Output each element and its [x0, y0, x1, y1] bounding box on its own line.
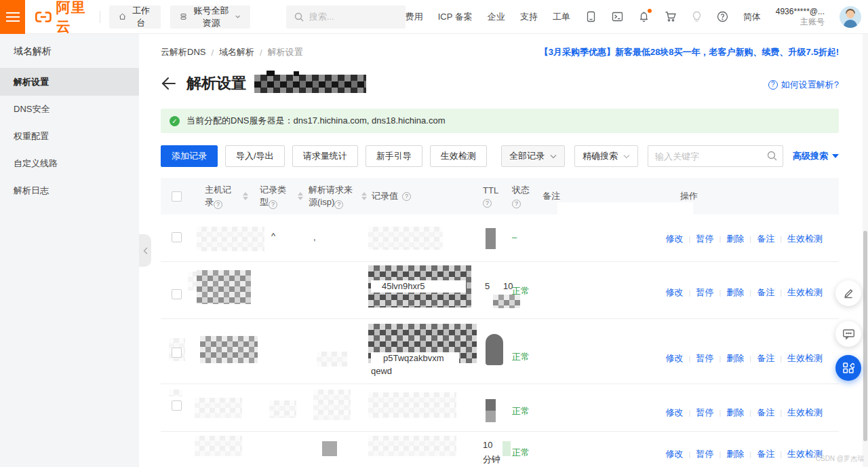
row-action-modify[interactable]: 修改	[666, 286, 684, 299]
row-action-delete[interactable]: 删除	[726, 352, 744, 365]
cart-icon[interactable]	[665, 11, 677, 22]
ttl-unit: 分钟	[483, 453, 500, 466]
row-actions: 修改|暂停|删除|备注|生效检测	[666, 352, 823, 365]
row-checkbox[interactable]	[172, 348, 182, 358]
sidebar-item-dns-logs[interactable]: 解析日志	[0, 177, 139, 204]
row-actions: 修改|暂停|删除|备注|生效检测	[666, 286, 823, 299]
sort-type[interactable]	[298, 192, 303, 200]
how-to-configure-link[interactable]: 如何设置解析?	[768, 79, 839, 91]
sidebar-item-weight-config[interactable]: 权重配置	[0, 123, 139, 150]
keyword-input[interactable]	[648, 145, 783, 167]
row-action-modify[interactable]: 修改	[666, 352, 684, 365]
row-checkbox[interactable]	[172, 232, 182, 242]
aliyun-logo-icon	[35, 10, 52, 24]
sidebar-item-dns-security[interactable]: DNS安全	[0, 96, 139, 123]
help-question-icon[interactable]	[512, 200, 521, 208]
row-action-activation-check[interactable]: 生效检测	[787, 407, 823, 419]
sidebar: 域名解析 解析设置 DNS安全 权重配置 自定义线路 解析日志	[0, 34, 139, 467]
activation-check-button[interactable]: 生效检测	[430, 145, 487, 167]
promo-banner-link[interactable]: 【3月采购季优惠】新客最低28块8买一年，老客户新购、续费、升级7.5折起!	[540, 46, 839, 58]
chat-support-button[interactable]	[835, 321, 861, 347]
advanced-search-toggle[interactable]: 高级搜索	[793, 150, 839, 162]
row-action-remark[interactable]: 备注	[757, 448, 774, 460]
row-action-pause[interactable]: 暂停	[696, 286, 713, 299]
sidebar-collapse-handle[interactable]	[139, 234, 151, 267]
row-action-modify[interactable]: 修改	[666, 233, 684, 245]
row-action-modify[interactable]: 修改	[666, 407, 684, 419]
topbar-search-input[interactable]	[309, 12, 397, 22]
feedback-pencil-button[interactable]	[835, 280, 861, 306]
row-action-modify[interactable]: 修改	[666, 448, 684, 460]
row-checkbox[interactable]	[172, 400, 182, 411]
row-action-pause[interactable]: 暂停	[696, 407, 713, 419]
row-checkbox[interactable]	[172, 289, 182, 299]
scrollbar-thumb[interactable]	[863, 231, 867, 441]
record-value-peek: 45lvn9hxr5	[382, 281, 425, 291]
locale-switch[interactable]: 简体	[743, 11, 761, 23]
search-mode-select[interactable]: 精确搜索	[574, 145, 638, 167]
help-question-icon[interactable]	[214, 200, 222, 209]
table-row: p5Twqzakbvxm qewd 正常 修改|暂停|删除|备注|生效检测	[161, 319, 839, 384]
scrollbar-track[interactable]	[863, 34, 868, 467]
action-separator: |	[780, 288, 782, 297]
workbench-label: 工作台	[132, 5, 151, 29]
nav-support[interactable]: 支持	[520, 11, 538, 23]
breadcrumb-dns[interactable]: 云解析DNS	[161, 46, 205, 58]
main-content: 云解析DNS / 域名解析 / 解析设置 【3月采购季优惠】新客最低28块8买一…	[139, 34, 868, 467]
sidebar-item-dns-settings[interactable]: 解析设置	[0, 69, 139, 96]
redacted-block	[486, 228, 496, 249]
cloudshell-icon[interactable]	[612, 11, 623, 22]
select-all-checkbox[interactable]	[172, 191, 182, 202]
menu-icon[interactable]	[0, 0, 25, 34]
action-separator: |	[780, 450, 782, 458]
chevron-down-icon	[235, 14, 240, 19]
notifications-bell-icon[interactable]	[638, 11, 650, 22]
row-action-activation-check[interactable]: 生效检测	[787, 233, 823, 245]
lightbulb-icon[interactable]	[692, 11, 702, 22]
workbench-button[interactable]: 工作台	[109, 5, 160, 29]
account-info[interactable]: 4936*****@... 主账号	[776, 7, 825, 27]
widgets-button[interactable]	[835, 355, 861, 381]
breadcrumb-domain-resolution[interactable]: 域名解析	[219, 46, 254, 58]
row-action-delete[interactable]: 删除	[726, 448, 744, 460]
nav-billing[interactable]: 费用	[406, 11, 423, 23]
row-action-activation-check[interactable]: 生效检测	[787, 286, 823, 299]
row-action-activation-check[interactable]: 生效检测	[787, 352, 823, 365]
import-export-button[interactable]: 导入/导出	[225, 145, 285, 167]
search-icon[interactable]	[767, 151, 777, 161]
avatar[interactable]	[840, 6, 861, 28]
watermark: CSDN @罗杰瑞	[816, 454, 864, 464]
help-question-icon[interactable]	[334, 200, 343, 209]
mobile-app-icon[interactable]	[585, 11, 597, 22]
account-resources-button[interactable]: 账号全部资源	[170, 5, 250, 29]
help-question-icon[interactable]	[269, 200, 277, 209]
back-button[interactable]	[161, 76, 177, 91]
aliyun-logo[interactable]: 阿里云	[35, 0, 90, 36]
row-action-pause[interactable]: 暂停	[696, 233, 713, 245]
help-question-icon[interactable]	[483, 199, 492, 208]
nav-tickets[interactable]: 工单	[553, 11, 570, 23]
nav-enterprise[interactable]: 企业	[488, 11, 505, 23]
sort-isp[interactable]	[361, 192, 367, 200]
request-stats-button[interactable]: 请求量统计	[292, 145, 358, 167]
help-question-icon[interactable]	[402, 192, 411, 201]
row-action-remark[interactable]: 备注	[757, 286, 774, 299]
beginner-guide-button[interactable]: 新手引导	[366, 145, 422, 167]
record-filter-select[interactable]: 全部记录	[501, 145, 565, 167]
sidebar-item-custom-lines[interactable]: 自定义线路	[0, 150, 139, 177]
row-action-remark[interactable]: 备注	[757, 407, 774, 419]
add-record-button[interactable]: 添加记录	[161, 145, 218, 167]
topbar-search[interactable]	[286, 5, 406, 29]
sort-host[interactable]	[243, 192, 248, 200]
status-badge: 正常	[512, 285, 530, 297]
row-action-remark[interactable]: 备注	[757, 233, 774, 245]
row-action-delete[interactable]: 删除	[726, 407, 744, 419]
help-icon[interactable]	[717, 11, 728, 22]
row-action-remark[interactable]: 备注	[757, 352, 774, 365]
row-action-pause[interactable]: 暂停	[696, 448, 713, 460]
row-action-delete[interactable]: 删除	[726, 233, 744, 245]
table-row: 正常 修改|暂停|删除|备注|生效检测	[161, 384, 839, 432]
row-action-delete[interactable]: 删除	[726, 286, 744, 299]
row-action-pause[interactable]: 暂停	[696, 352, 713, 365]
nav-icp[interactable]: ICP 备案	[438, 11, 473, 23]
